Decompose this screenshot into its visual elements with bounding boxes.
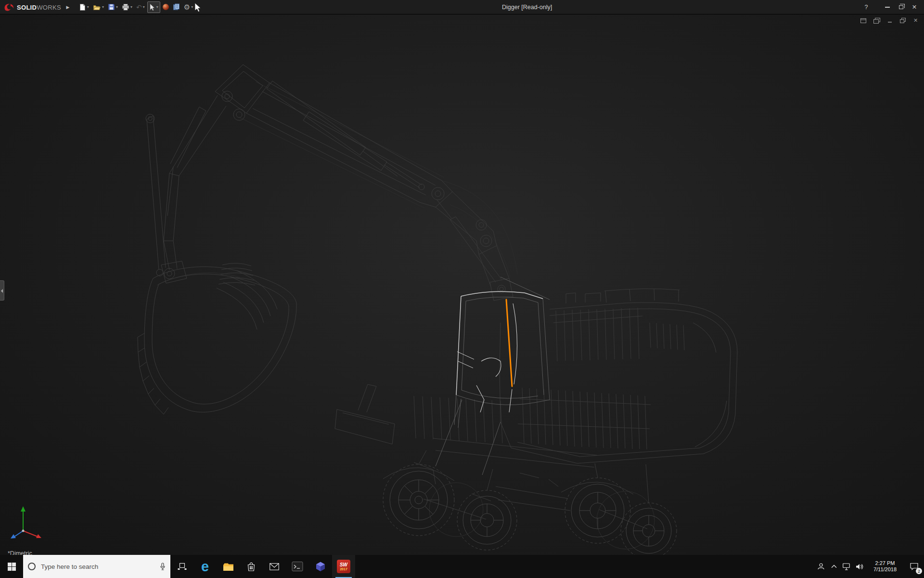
wireframe-excavator	[0, 14, 924, 555]
solidworks-logo: SOLIDWORKS	[4, 3, 64, 12]
microphone-icon[interactable]	[160, 563, 166, 571]
chevron-up-icon	[831, 565, 837, 568]
restore-button[interactable]	[894, 0, 908, 14]
store-icon	[247, 562, 256, 571]
terminal-icon	[292, 561, 303, 572]
brand-text-bold: SOLID	[17, 4, 37, 11]
wheel-front-left	[383, 464, 454, 536]
restore-icon	[899, 5, 903, 9]
select-tool-button[interactable]: ▾	[147, 1, 160, 13]
undo-icon: ↶	[136, 4, 142, 11]
taskbar-search[interactable]	[23, 555, 170, 578]
brand-text-light: WORKS	[37, 4, 61, 11]
windows-logo-icon	[8, 563, 16, 571]
window-title: Digger [Read-only]	[194, 4, 860, 11]
appearance-sphere-icon	[163, 4, 169, 10]
3d-viewer-button[interactable]	[309, 555, 332, 578]
action-center-button[interactable]: 2	[904, 555, 924, 578]
menu-flyout-arrow[interactable]: ▶	[64, 5, 72, 10]
volume-button[interactable]	[853, 555, 866, 578]
taskbar-clock[interactable]: 2:27 PM 7/11/2018	[866, 555, 904, 578]
cube-app-icon	[315, 561, 326, 572]
options-button[interactable]: ⚙ ▾	[182, 1, 194, 13]
dropdown-arrow-icon[interactable]: ▾	[87, 5, 89, 9]
quick-access-toolbar: ▾ ▾ ▾ ▾ ↶ ▾	[77, 1, 194, 13]
clock-date: 7/11/2018	[873, 566, 897, 573]
mail-icon	[270, 563, 279, 570]
console-app-button[interactable]	[286, 555, 309, 578]
windows-taskbar: e	[0, 555, 924, 578]
network-button[interactable]	[840, 555, 853, 578]
open-folder-icon	[93, 4, 101, 11]
design-library-button[interactable]	[171, 1, 181, 13]
show-hidden-icons-button[interactable]	[828, 555, 840, 578]
undo-button[interactable]: ↶ ▾	[135, 1, 146, 13]
taskbar-apps: e	[170, 555, 355, 578]
appearance-sphere-button[interactable]	[161, 1, 170, 13]
new-document-icon	[79, 3, 86, 11]
dropdown-arrow-icon[interactable]: ▾	[156, 5, 158, 9]
dropdown-arrow-icon[interactable]: ▾	[102, 5, 104, 9]
panel-flyout-tab[interactable]	[0, 280, 4, 301]
solidworks-ds-icon	[4, 3, 14, 12]
cortana-icon[interactable]	[28, 563, 36, 570]
task-view-button[interactable]	[170, 555, 193, 578]
solidworks-app-button[interactable]: SW 2017	[332, 555, 355, 578]
people-icon	[817, 563, 825, 570]
cab-highlight-lines	[456, 291, 543, 412]
cascade-windows-button[interactable]	[873, 17, 881, 24]
network-icon	[843, 563, 850, 570]
doc-restore-button[interactable]	[898, 17, 907, 24]
new-window-button[interactable]	[860, 17, 868, 24]
new-document-button[interactable]: ▾	[77, 1, 90, 13]
save-floppy-icon	[108, 3, 115, 11]
reference-triad[interactable]	[6, 501, 49, 544]
dropdown-arrow-icon[interactable]: ▾	[130, 5, 132, 9]
store-button[interactable]	[240, 555, 263, 578]
dropdown-arrow-icon[interactable]: ▾	[116, 5, 118, 9]
open-button[interactable]: ▾	[91, 1, 105, 13]
graphics-viewport[interactable]: ✕ *Dimetric	[0, 14, 924, 555]
gear-icon: ⚙	[184, 3, 190, 11]
people-button[interactable]	[814, 555, 828, 578]
minimize-icon	[885, 7, 890, 8]
print-button[interactable]: ▾	[120, 1, 134, 13]
close-button[interactable]: ✕	[908, 0, 921, 14]
edge-icon: e	[201, 560, 209, 574]
clock-time: 2:27 PM	[875, 560, 895, 566]
solidworks-2017-icon: SW 2017	[337, 560, 350, 573]
system-tray: 2:27 PM 7/11/2018 2	[814, 555, 924, 578]
doc-minimize-button[interactable]	[886, 17, 894, 24]
view-orientation-label: *Dimetric	[8, 550, 32, 555]
y-axis-arrow	[21, 506, 26, 512]
speaker-icon	[856, 563, 863, 570]
dropdown-arrow-icon[interactable]: ▾	[191, 5, 193, 9]
help-button[interactable]: ?	[860, 0, 873, 14]
window-controls: ? ✕	[860, 0, 924, 14]
doc-close-button[interactable]: ✕	[911, 17, 920, 24]
notification-badge: 2	[916, 568, 922, 574]
titlebar: SOLIDWORKS ▶ ▾ ▾ ▾	[0, 0, 924, 14]
selected-edge-highlight	[506, 300, 512, 386]
minimize-button[interactable]	[881, 0, 894, 14]
mail-button[interactable]	[263, 555, 286, 578]
task-view-icon	[178, 563, 187, 570]
edge-button[interactable]: e	[193, 555, 217, 578]
wheel-rear-right	[621, 503, 677, 555]
select-cursor-icon	[149, 3, 155, 11]
dropdown-arrow-icon[interactable]: ▾	[143, 5, 145, 9]
start-button[interactable]	[0, 555, 23, 578]
file-explorer-button[interactable]	[217, 555, 240, 578]
print-icon	[122, 3, 129, 11]
document-window-controls: ✕	[860, 17, 920, 24]
save-button[interactable]: ▾	[106, 1, 119, 13]
search-input[interactable]	[40, 563, 155, 571]
file-explorer-icon	[223, 562, 234, 571]
design-library-icon	[173, 3, 180, 11]
